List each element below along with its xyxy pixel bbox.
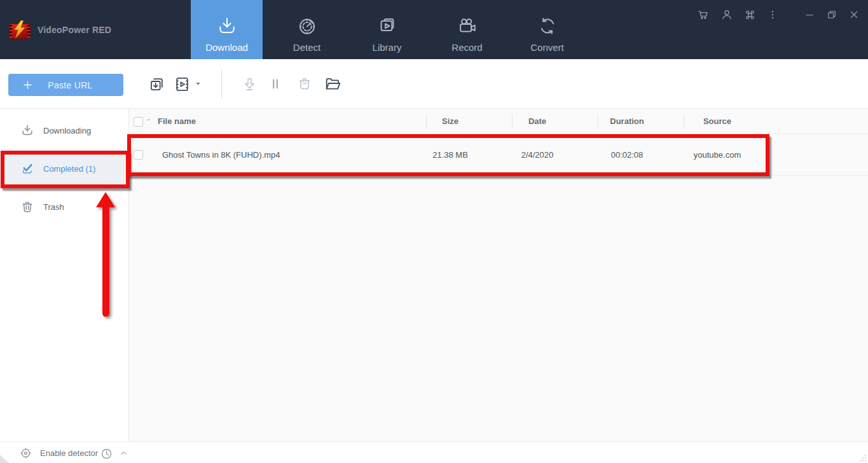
app-window: VideoPower RED Download — [0, 0, 868, 463]
app-logo-icon — [9, 20, 31, 39]
delete-icon — [296, 76, 313, 92]
pause-button[interactable] — [263, 71, 288, 97]
tab-record-label: Record — [451, 42, 482, 53]
tab-library-label: Library — [373, 42, 402, 53]
select-all-checkbox[interactable] — [134, 117, 143, 127]
tab-record[interactable]: Record — [431, 0, 503, 59]
chevron-up-icon[interactable] — [118, 447, 129, 459]
header-duration: Duration — [592, 116, 662, 126]
batch-download-icon — [148, 76, 165, 93]
close-icon[interactable] — [848, 9, 860, 20]
paste-url-button[interactable]: Paste URL — [8, 74, 123, 96]
tab-library[interactable]: Library — [351, 0, 423, 59]
sidebar: Downloading Completed (1) Trash — [0, 109, 129, 441]
delete-button[interactable] — [292, 71, 317, 97]
restore-icon[interactable] — [826, 9, 837, 20]
detect-tab-icon — [297, 15, 317, 36]
cell-file-name: Ghost Towns in 8K (FUHD).mp4 — [162, 150, 280, 160]
sidebar-item-completed[interactable]: Completed (1) — [0, 149, 128, 188]
tab-convert-label: Convert — [530, 42, 564, 53]
cart-icon[interactable] — [697, 8, 710, 21]
convert-tab-icon — [537, 15, 558, 36]
detector-target-icon — [19, 446, 32, 460]
cell-size: 21.38 MB — [415, 150, 485, 160]
user-icon[interactable] — [720, 8, 733, 21]
table-row[interactable]: Ghost Towns in 8K (FUHD).mp4 21.38 MB 2/… — [129, 134, 868, 176]
batch-download-button[interactable] — [144, 71, 169, 97]
video-format-icon — [174, 76, 191, 93]
titlebar-actions — [697, 0, 860, 29]
tab-convert[interactable]: Convert — [511, 0, 583, 59]
sidebar-item-label: Trash — [43, 202, 64, 212]
scheduler-clock-icon[interactable] — [99, 446, 114, 461]
library-tab-icon — [377, 15, 397, 36]
download-tab-icon — [217, 15, 237, 36]
command-icon[interactable] — [744, 9, 756, 21]
sidebar-item-label: Completed (1) — [43, 164, 95, 174]
main-nav: Download Detect — [191, 0, 583, 59]
row-checkbox[interactable] — [134, 150, 143, 160]
tab-download[interactable]: Download — [191, 0, 263, 59]
header-file-name: File name — [158, 116, 196, 126]
app-title: VideoPower RED — [38, 25, 111, 35]
caret-down-icon[interactable] — [193, 78, 203, 88]
page-curl — [0, 455, 10, 463]
downloading-icon — [20, 123, 34, 137]
open-folder-icon — [324, 75, 341, 93]
enable-detector-label: Enable detector — [40, 448, 98, 458]
start-download-icon — [242, 76, 258, 92]
sidebar-item-downloading[interactable]: Downloading — [0, 111, 128, 149]
tab-download-label: Download — [205, 42, 248, 53]
status-bar: Enable detector — [0, 441, 868, 463]
header-source: Source — [676, 116, 759, 126]
header-date: Date — [502, 116, 572, 126]
start-download-button[interactable] — [237, 71, 262, 97]
record-tab-icon — [457, 15, 478, 36]
enable-detector-toggle[interactable]: Enable detector — [19, 442, 98, 463]
cell-source: youtube.com — [676, 150, 759, 160]
select-caret-icon[interactable] — [146, 117, 151, 123]
resize-grip-icon[interactable] — [858, 453, 867, 462]
tab-detect-label: Detect — [293, 42, 320, 53]
toolbar: Paste URL — [0, 59, 868, 109]
tab-detect[interactable]: Detect — [271, 0, 343, 59]
sidebar-item-trash[interactable]: Trash — [0, 188, 128, 226]
cell-duration: 00:02:08 — [592, 150, 662, 160]
kebab-menu-icon[interactable] — [767, 9, 778, 20]
trash-icon — [20, 200, 34, 214]
download-list: File name Size Date Duration Source Ghos… — [129, 109, 868, 441]
toolbar-divider — [221, 69, 222, 99]
cell-date: 2/4/2020 — [502, 150, 572, 160]
open-folder-button[interactable] — [320, 71, 345, 97]
brand: VideoPower RED — [9, 0, 111, 59]
table-header: File name Size Date Duration Source — [129, 109, 868, 134]
sidebar-item-label: Downloading — [43, 126, 91, 135]
minimize-icon[interactable] — [804, 9, 815, 20]
plus-icon — [22, 79, 33, 90]
title-bar: VideoPower RED Download — [0, 0, 868, 59]
pause-icon — [268, 76, 283, 92]
completed-check-icon — [20, 162, 34, 176]
header-size: Size — [415, 116, 485, 126]
video-format-button[interactable] — [169, 71, 195, 97]
